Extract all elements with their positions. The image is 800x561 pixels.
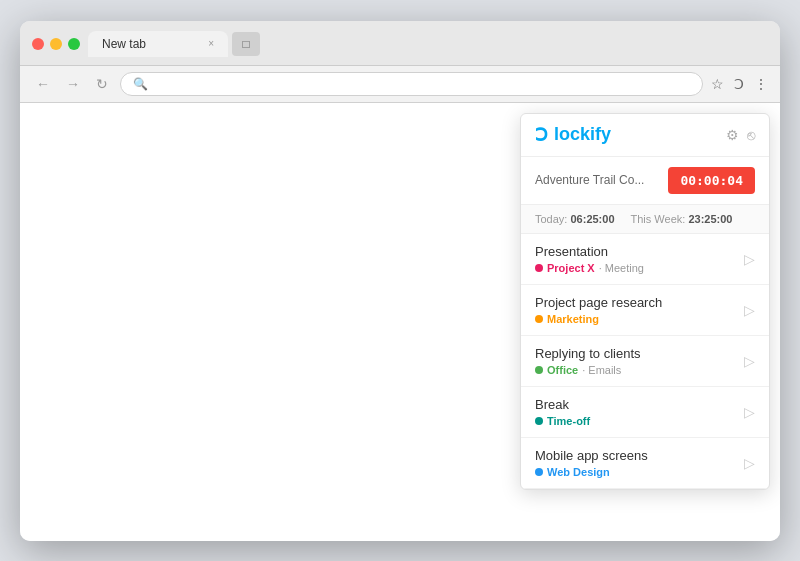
entry-project: Web Design bbox=[547, 466, 610, 478]
address-input[interactable] bbox=[154, 77, 690, 91]
clockify-popup: Ↄ lockify ⚙ ⎋ Adventure Trail Co... 00:0… bbox=[520, 113, 770, 490]
bookmark-icon[interactable]: ☆ bbox=[711, 76, 724, 92]
entry-title: Presentation bbox=[535, 244, 744, 259]
entry-info: Presentation Project X · Meeting bbox=[535, 244, 744, 274]
new-tab-button[interactable]: □ bbox=[232, 32, 260, 56]
entry-info: Break Time-off bbox=[535, 397, 744, 427]
today-value: 06:25:00 bbox=[570, 213, 614, 225]
entry-title: Break bbox=[535, 397, 744, 412]
play-button[interactable]: ▷ bbox=[744, 353, 755, 369]
minimize-button[interactable] bbox=[50, 38, 62, 50]
clockify-logo-text: lockify bbox=[554, 124, 611, 145]
clockify-logo-icon: Ↄ bbox=[535, 124, 548, 146]
entry-meta: Time-off bbox=[535, 415, 744, 427]
entry-meta: Web Design bbox=[535, 466, 744, 478]
clockify-header: Ↄ lockify ⚙ ⎋ bbox=[521, 114, 769, 157]
entry-info: Mobile app screens Web Design bbox=[535, 448, 744, 478]
time-entry-mobile-app-screens[interactable]: Mobile app screens Web Design ▷ bbox=[521, 438, 769, 489]
time-entry-replying-to-clients[interactable]: Replying to clients Office · Emails ▷ bbox=[521, 336, 769, 387]
refresh-button[interactable]: ↻ bbox=[92, 74, 112, 94]
entry-project: Office bbox=[547, 364, 578, 376]
project-dot bbox=[535, 264, 543, 272]
play-button[interactable]: ▷ bbox=[744, 302, 755, 318]
time-entry-presentation[interactable]: Presentation Project X · Meeting ▷ bbox=[521, 234, 769, 285]
close-button[interactable] bbox=[32, 38, 44, 50]
toolbar-icons: ☆ Ↄ ⋮ bbox=[711, 76, 768, 92]
entry-project: Marketing bbox=[547, 313, 599, 325]
entry-info: Project page research Marketing bbox=[535, 295, 744, 325]
logout-icon[interactable]: ⎋ bbox=[747, 127, 755, 143]
address-input-wrap[interactable]: 🔍 bbox=[120, 72, 703, 96]
project-dot bbox=[535, 417, 543, 425]
clockify-header-icons: ⚙ ⎋ bbox=[726, 127, 755, 143]
project-dot bbox=[535, 468, 543, 476]
play-button[interactable]: ▷ bbox=[744, 404, 755, 420]
traffic-lights bbox=[32, 38, 80, 50]
browser-content: Ↄ lockify ⚙ ⎋ Adventure Trail Co... 00:0… bbox=[20, 103, 780, 541]
today-label: Today: 06:25:00 bbox=[535, 213, 615, 225]
back-button[interactable]: ← bbox=[32, 74, 54, 94]
address-bar: ← → ↻ 🔍 ☆ Ↄ ⋮ bbox=[20, 66, 780, 103]
entry-meta: Office · Emails bbox=[535, 364, 744, 376]
tab-close-button[interactable]: × bbox=[208, 38, 214, 49]
clockify-logo: Ↄ lockify bbox=[535, 124, 611, 146]
time-entry-project-page-research[interactable]: Project page research Marketing ▷ bbox=[521, 285, 769, 336]
browser-window: New tab × □ ← → ↻ 🔍 ☆ Ↄ ⋮ bbox=[20, 21, 780, 541]
tab-label: New tab bbox=[102, 37, 146, 51]
entry-project: Time-off bbox=[547, 415, 590, 427]
menu-icon[interactable]: ⋮ bbox=[754, 76, 768, 92]
project-dot bbox=[535, 366, 543, 374]
tab-bar: New tab × □ bbox=[88, 31, 260, 57]
forward-button[interactable]: → bbox=[62, 74, 84, 94]
week-value: 23:25:00 bbox=[688, 213, 732, 225]
settings-icon[interactable]: ⚙ bbox=[726, 127, 739, 143]
time-entries-list: Presentation Project X · Meeting ▷ Proje… bbox=[521, 234, 769, 489]
week-label: This Week: 23:25:00 bbox=[631, 213, 733, 225]
entry-title: Project page research bbox=[535, 295, 744, 310]
clockify-extension-icon[interactable]: Ↄ bbox=[734, 76, 744, 92]
timer-section: Adventure Trail Co... 00:00:04 bbox=[521, 157, 769, 205]
timer-display: 00:00:04 bbox=[668, 167, 755, 194]
title-bar: New tab × □ bbox=[20, 21, 780, 66]
search-icon: 🔍 bbox=[133, 77, 148, 91]
entry-meta: Marketing bbox=[535, 313, 744, 325]
play-button[interactable]: ▷ bbox=[744, 251, 755, 267]
stats-bar: Today: 06:25:00 This Week: 23:25:00 bbox=[521, 205, 769, 234]
entry-meta: Project X · Meeting bbox=[535, 262, 744, 274]
play-button[interactable]: ▷ bbox=[744, 455, 755, 471]
entry-title: Mobile app screens bbox=[535, 448, 744, 463]
entry-info: Replying to clients Office · Emails bbox=[535, 346, 744, 376]
maximize-button[interactable] bbox=[68, 38, 80, 50]
entry-title: Replying to clients bbox=[535, 346, 744, 361]
entry-tag: · Meeting bbox=[599, 262, 644, 274]
browser-tab[interactable]: New tab × bbox=[88, 31, 228, 57]
entry-tag: · Emails bbox=[582, 364, 621, 376]
time-entry-break[interactable]: Break Time-off ▷ bbox=[521, 387, 769, 438]
entry-project: Project X bbox=[547, 262, 595, 274]
project-dot bbox=[535, 315, 543, 323]
timer-description[interactable]: Adventure Trail Co... bbox=[535, 173, 660, 187]
new-tab-icon: □ bbox=[242, 37, 249, 51]
